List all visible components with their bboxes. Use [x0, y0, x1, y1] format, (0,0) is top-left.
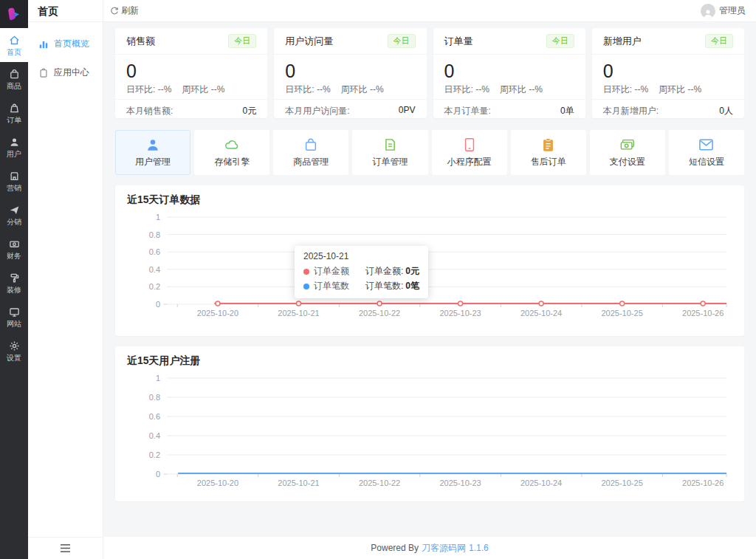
svg-text:0.6: 0.6 — [149, 412, 160, 421]
sidebar-collapse-button[interactable] — [28, 537, 103, 559]
order-line-chart[interactable]: 00.20.40.60.812025-10-202025-10-212025-1… — [127, 210, 731, 328]
quick-action-user-manage[interactable]: 用户管理 — [115, 130, 190, 175]
chart-tooltip: 2025-10-21 订单金额 订单金额: 0元 订单笔数 订单笔数: 0笔 — [295, 246, 428, 298]
quick-action-aftersale-orders[interactable]: 售后订单 — [511, 130, 586, 175]
stat-title: 订单量 — [444, 35, 473, 48]
quick-action-label: 商品管理 — [293, 156, 329, 168]
sidebar-item-marketing[interactable]: 营销 — [0, 164, 28, 198]
sidebar-item-distribution[interactable]: 分销 — [0, 198, 28, 232]
quick-action-payment-settings[interactable]: 支付设置 — [590, 130, 665, 175]
submenu-item-overview[interactable]: 首页概览 — [28, 30, 103, 58]
sms-mail-icon — [698, 137, 714, 152]
main-sidebar: 首页 商品 订单 用户 营销 分销 — [0, 0, 28, 559]
today-badge: 今日 — [228, 34, 256, 48]
svg-text:0: 0 — [156, 470, 160, 479]
sidebar-item-label: 营销 — [7, 184, 21, 192]
aftersale-clipboard-icon — [542, 137, 554, 152]
user-icon — [9, 137, 20, 148]
register-chart-card: 近15天用户注册 00.20.40.60.812025-10-202025-10… — [115, 346, 744, 501]
finance-icon — [9, 239, 20, 250]
sidebar-item-settings[interactable]: 设置 — [0, 334, 28, 368]
svg-text:2025-10-21: 2025-10-21 — [278, 309, 319, 318]
chart-title: 近15天订单数据 — [127, 193, 732, 207]
submenu-item-label: 首页概览 — [54, 38, 89, 50]
quick-action-goods-manage[interactable]: 商品管理 — [273, 130, 348, 175]
cloud-storage-icon — [224, 137, 240, 152]
stat-footer-value: 0PV — [399, 105, 416, 117]
sidebar-item-label: 分销 — [7, 218, 21, 226]
quick-action-label: 存储引擎 — [214, 156, 250, 168]
day-ratio: 日环比: --% — [444, 83, 489, 96]
today-badge: 今日 — [546, 34, 574, 48]
distribution-icon — [9, 205, 20, 216]
svg-text:2025-10-24: 2025-10-24 — [520, 309, 562, 318]
stat-footer-value: 0单 — [560, 105, 574, 117]
svg-text:2025-10-23: 2025-10-23 — [439, 309, 481, 318]
svg-text:0.2: 0.2 — [149, 282, 160, 291]
sidebar-item-label: 设置 — [7, 354, 21, 362]
quick-action-miniapp-config[interactable]: 小程序配置 — [432, 130, 507, 175]
stat-title: 用户访问量 — [285, 35, 333, 48]
register-line-chart[interactable]: 00.20.40.60.812025-10-202025-10-212025-1… — [127, 371, 731, 495]
submenu-title: 首页 — [28, 0, 103, 22]
svg-text:0.4: 0.4 — [149, 265, 160, 274]
secondary-sidebar: 首页 首页概览 应用中心 — [28, 0, 103, 559]
svg-text:2025-10-26: 2025-10-26 — [682, 309, 724, 318]
svg-text:2025-10-22: 2025-10-22 — [359, 309, 400, 318]
quick-action-order-manage[interactable]: 订单管理 — [352, 130, 427, 175]
bar-chart-icon — [38, 39, 49, 49]
home-icon — [9, 35, 20, 46]
svg-text:2025-10-25: 2025-10-25 — [601, 309, 642, 318]
today-badge: 今日 — [705, 34, 733, 48]
series-dot-blue — [303, 284, 309, 289]
today-badge: 今日 — [388, 34, 416, 48]
hamburger-icon — [61, 544, 70, 552]
user-menu[interactable]: 管理员 — [701, 4, 746, 18]
week-ratio: 周环比 --% — [659, 83, 701, 96]
sidebar-item-finance[interactable]: 财务 — [0, 232, 28, 266]
sidebar-item-goods[interactable]: 商品 — [0, 62, 28, 96]
app-root: 首页 商品 订单 用户 营销 分销 — [0, 0, 756, 559]
stat-footer-value: 0元 — [243, 105, 257, 117]
svg-text:0.8: 0.8 — [149, 230, 160, 239]
quick-action-storage-engine[interactable]: 存储引擎 — [194, 130, 269, 175]
day-ratio: 日环比: --% — [603, 83, 648, 96]
stat-value: 0 — [285, 60, 415, 82]
stat-card-new-users: 新增用户今日 0 日环比: --%周环比 --% 本月新增用户:0人 — [592, 28, 744, 118]
svg-text:0.4: 0.4 — [149, 431, 160, 440]
sidebar-item-order[interactable]: 订单 — [0, 96, 28, 130]
app-logo[interactable] — [0, 0, 28, 28]
sidebar-item-label: 商品 — [7, 82, 21, 90]
week-ratio: 周环比 --% — [182, 83, 224, 96]
goods-icon — [9, 69, 20, 80]
submenu-item-label: 应用中心 — [54, 66, 89, 79]
sidebar-item-decorate[interactable]: 装修 — [0, 266, 28, 300]
quick-action-label: 售后订单 — [531, 156, 566, 168]
submenu-item-app-center[interactable]: 应用中心 — [28, 58, 103, 87]
sidebar-item-website[interactable]: 网站 — [0, 300, 28, 334]
refresh-icon — [110, 7, 119, 16]
chart-title: 近15天用户注册 — [127, 354, 732, 368]
quick-action-sms-settings[interactable]: 短信设置 — [669, 130, 744, 175]
version-link[interactable]: 1.1.6 — [469, 543, 489, 553]
refresh-button[interactable]: 刷新 — [110, 4, 139, 17]
svg-text:0.8: 0.8 — [149, 393, 160, 402]
user-manage-icon — [145, 137, 160, 152]
miniapp-phone-icon — [464, 137, 475, 152]
marketing-icon — [9, 171, 20, 182]
main-column: 刷新 管理员 销售额今日 0 日环比: --%周环比 --% — [103, 0, 756, 559]
svg-text:2025-10-23: 2025-10-23 — [439, 479, 481, 487]
sidebar-item-user[interactable]: 用户 — [0, 130, 28, 164]
svg-text:0.6: 0.6 — [149, 247, 160, 256]
svg-text:2025-10-20: 2025-10-20 — [197, 309, 238, 318]
stat-card-visits: 用户访问量今日 0 日环比: --%周环比 --% 本月用户访问量:0PV — [274, 28, 426, 118]
brand-link[interactable]: 刀客源码网 — [422, 542, 466, 555]
sidebar-item-home[interactable]: 首页 — [0, 28, 28, 62]
stat-title: 销售额 — [126, 35, 155, 48]
tooltip-value-label: 订单笔数: — [365, 280, 403, 292]
sidebar-item-label: 用户 — [7, 150, 21, 158]
order-icon — [9, 103, 20, 114]
stat-footer-label: 本月订单量: — [444, 105, 491, 117]
svg-text:2025-10-20: 2025-10-20 — [197, 479, 238, 487]
order-chart-card: 近15天订单数据 00.20.40.60.812025-10-202025-10… — [115, 185, 744, 336]
